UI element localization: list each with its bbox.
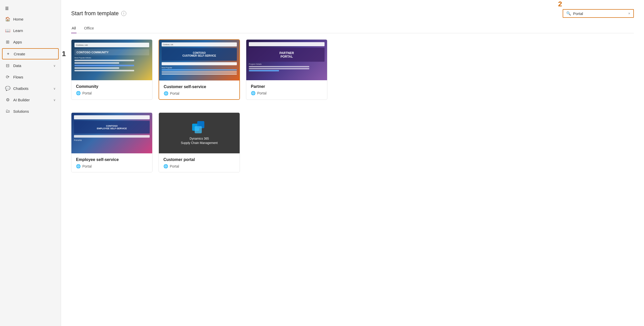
chevron-down-icon: ∨ (53, 98, 56, 102)
cards-row-1: Contoso, Ltd. CONTOSO COMMUNITY Most Pop… (71, 39, 634, 100)
card-partner[interactable]: PARTNERPORTAL Program Details Partner 🌐 … (246, 39, 327, 100)
card-body-community: Community 🌐 Portal (71, 80, 152, 99)
page-title-area: Start from template i (71, 10, 126, 17)
card-thumb-employee: CONTOSOEMPLOYEE SELF-SERVICE Forums (71, 113, 152, 153)
card-customer-self-service[interactable]: Contoso, Ltd. CONTOSOCUSTOMER SELF-SERVI… (159, 39, 240, 100)
sidebar-item-label: Create (14, 52, 25, 56)
card-thumb-customer: Contoso, Ltd. CONTOSOCUSTOMER SELF-SERVI… (159, 40, 239, 80)
info-icon[interactable]: i (121, 11, 126, 16)
card-thumb-dynamics: Dynamics 365Supply Chain Management (159, 113, 240, 153)
home-icon: 🏠 (5, 17, 10, 22)
card-type: 🌐 Portal (76, 91, 148, 95)
chevron-down-icon: ∨ (53, 87, 56, 90)
ai-builder-icon: ⚙ (5, 97, 10, 103)
card-title: Customer self-service (164, 85, 235, 89)
search-box: 🔍 × (563, 9, 634, 18)
sidebar-item-solutions[interactable]: 🗂 Solutions (0, 106, 61, 117)
card-title: Employee self-service (76, 157, 148, 162)
sidebar-item-label: Apps (13, 40, 22, 44)
cards-row-2: CONTOSOEMPLOYEE SELF-SERVICE Forums Empl… (71, 112, 634, 172)
card-type: 🌐 Portal (76, 164, 148, 169)
hamburger-icon: ☰ (5, 6, 9, 11)
chevron-down-icon: ∨ (53, 64, 56, 68)
sidebar-item-label: AI Builder (13, 98, 30, 102)
page-title: Start from template (71, 10, 119, 17)
sidebar-item-create[interactable]: + Create 1 (2, 48, 59, 59)
sidebar-item-label: Learn (13, 28, 23, 33)
page-header: Start from template i 2 🔍 × (71, 9, 634, 18)
sidebar-item-ai-builder[interactable]: ⚙ AI Builder ∨ (0, 94, 61, 106)
sidebar-item-data[interactable]: ⊟ Data ∨ (0, 60, 61, 71)
sidebar-item-label: Home (13, 17, 23, 21)
solutions-icon: 🗂 (5, 109, 10, 114)
search-icon: 🔍 (566, 11, 571, 16)
sidebar-item-flows[interactable]: ⟳ Flows (0, 71, 61, 83)
card-body-employee: Employee self-service 🌐 Portal (71, 153, 152, 172)
sidebar-item-label: Chatbots (13, 86, 28, 91)
globe-icon: 🌐 (76, 91, 81, 95)
chatbots-icon: 💬 (5, 86, 10, 91)
dynamics-logo (192, 121, 207, 134)
card-type: 🌐 Portal (251, 91, 323, 95)
search-wrapper: 2 🔍 × (563, 9, 634, 18)
card-thumb-community: Contoso, Ltd. CONTOSO COMMUNITY Most Pop… (71, 40, 152, 80)
card-body-customer: Customer self-service 🌐 Portal (159, 80, 239, 99)
card-employee-self-service[interactable]: CONTOSOEMPLOYEE SELF-SERVICE Forums Empl… (71, 112, 152, 172)
sidebar-item-chatbots[interactable]: 💬 Chatbots ∨ (0, 83, 61, 94)
globe-icon: 🌐 (164, 91, 168, 96)
clear-search-button[interactable]: × (628, 11, 630, 15)
sidebar: ☰ 🏠 Home 📖 Learn ⊞ Apps + Create 1 ⊟ Dat… (0, 0, 61, 326)
card-thumb-partner: PARTNERPORTAL Program Details (246, 40, 327, 80)
card-community[interactable]: Contoso, Ltd. CONTOSO COMMUNITY Most Pop… (71, 39, 152, 100)
dynamics-text: Dynamics 365Supply Chain Management (181, 137, 218, 145)
learn-icon: 📖 (5, 28, 10, 33)
data-icon: ⊟ (5, 63, 10, 68)
tab-office[interactable]: Office (84, 24, 95, 33)
sidebar-item-apps[interactable]: ⊞ Apps (0, 36, 61, 48)
card-body-dynamics: Customer portal 🌐 Portal (159, 153, 240, 172)
sidebar-item-label: Solutions (13, 109, 29, 113)
apps-icon: ⊞ (5, 39, 10, 45)
tab-all[interactable]: All (71, 24, 76, 33)
card-title: Partner (251, 84, 323, 89)
main-content: Start from template i 2 🔍 × All Office C… (61, 0, 644, 326)
create-icon: + (6, 51, 11, 56)
globe-icon: 🌐 (251, 91, 256, 95)
card-title: Customer portal (163, 157, 235, 162)
hamburger-button[interactable]: ☰ (0, 3, 61, 13)
globe-icon: 🌐 (76, 164, 81, 169)
card-type: 🌐 Portal (164, 91, 235, 96)
card-body-partner: Partner 🌐 Portal (246, 80, 327, 99)
step2-badge: 2 (558, 0, 562, 8)
search-input[interactable] (573, 11, 627, 16)
sidebar-item-label: Data (13, 63, 21, 68)
sidebar-item-label: Flows (13, 75, 23, 79)
svg-rect-2 (195, 126, 202, 133)
sidebar-item-home[interactable]: 🏠 Home (0, 13, 61, 25)
card-title: Community (76, 84, 148, 89)
globe-icon: 🌐 (163, 164, 168, 169)
tabs-bar: All Office (71, 24, 634, 33)
flows-icon: ⟳ (5, 74, 10, 80)
card-customer-portal[interactable]: Dynamics 365Supply Chain Management Cust… (159, 112, 240, 172)
sidebar-item-learn[interactable]: 📖 Learn (0, 25, 61, 36)
card-type: 🌐 Portal (163, 164, 235, 169)
